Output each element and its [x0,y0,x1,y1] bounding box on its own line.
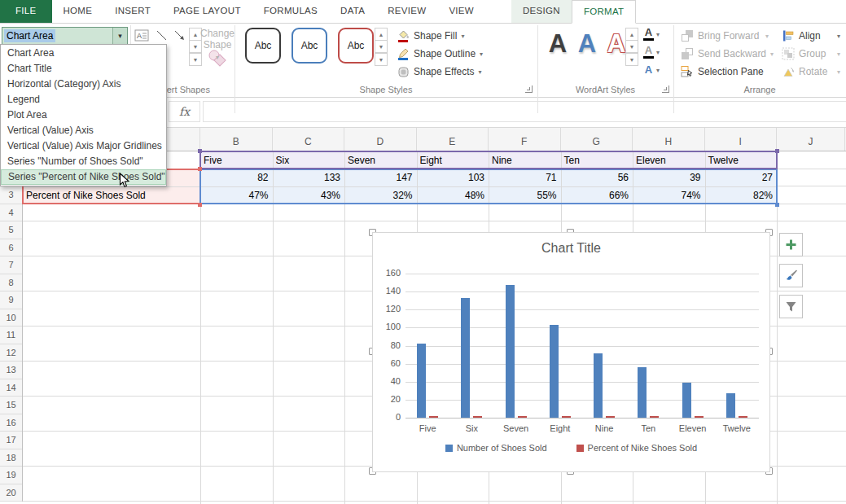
bar-number-of-shoes-sold-seven[interactable] [506,285,515,418]
tab-format[interactable]: FORMAT [572,0,637,24]
row-header-19[interactable]: 19 [0,467,22,484]
series-names-range-handle[interactable] [198,167,202,171]
wordart-dialog-launcher[interactable] [662,85,669,93]
line-shape-icon[interactable] [153,28,169,43]
insert-function-button[interactable]: fx [169,101,200,122]
shape-style-thumbnail-2[interactable]: Abc [291,28,327,64]
row-header-3[interactable]: 3 [0,186,22,204]
bar-percent-of-nike-shoes-sold-five[interactable] [429,416,438,418]
row-header-18[interactable]: 18 [0,449,22,467]
row-header-15[interactable]: 15 [0,397,22,414]
formula-input[interactable] [203,101,846,122]
bar-number-of-shoes-sold-nine[interactable] [594,353,603,418]
dropdown-item-horizontal-category-axis[interactable]: Horizontal (Category) Axis [1,77,166,92]
bar-percent-of-nike-shoes-sold-six[interactable] [473,416,482,418]
col-header-c[interactable]: C [273,127,345,151]
chevron-down-icon[interactable]: ▾ [112,28,127,44]
bar-percent-of-nike-shoes-sold-twelve[interactable] [739,416,747,418]
col-header-e[interactable]: E [417,127,489,151]
bar-percent-of-nike-shoes-sold-seven[interactable] [518,416,527,418]
tab-formulas[interactable]: FORMULAS [252,0,329,23]
dropdown-item-plot-area[interactable]: Plot Area [1,107,166,123]
chart-elements-button[interactable] [779,233,803,256]
shape-effects-button[interactable]: Shape Effects▾ [397,64,482,80]
shape-style-thumbnail-3[interactable]: Abc [338,28,374,64]
tab-data[interactable]: DATA [329,0,376,23]
row-header-4[interactable]: 4 [0,204,22,222]
series-names-range-handle[interactable] [198,203,202,207]
values-range-handle[interactable] [775,203,779,207]
col-header-g[interactable]: G [561,127,633,151]
row-header-7[interactable]: 7 [0,256,22,274]
bar-percent-of-nike-shoes-sold-eight[interactable] [562,416,571,418]
dropdown-item-vertical-value-axis[interactable]: Vertical (Value) Axis [1,123,166,138]
row-header-12[interactable]: 12 [0,344,22,362]
row-header-8[interactable]: 8 [0,274,22,292]
tab-file[interactable]: FILE [0,0,52,23]
chart-elements-combo[interactable]: Chart Area ▾ [2,27,128,45]
chart[interactable]: Chart Title 160140120100806040200FiveSix… [372,232,770,472]
dropdown-item-legend[interactable]: Legend [1,92,166,107]
bar-number-of-shoes-sold-six[interactable] [461,298,470,418]
row-header-20[interactable]: 20 [0,484,22,502]
bar-number-of-shoes-sold-five[interactable] [417,344,426,418]
col-header-h[interactable]: H [633,127,705,151]
shape-styles-scroll-up-button[interactable]: ▲ [375,28,388,41]
shape-styles-more-button[interactable]: ▼ [375,52,388,66]
tab-review[interactable]: REVIEW [376,0,437,23]
col-header-j[interactable]: J [777,127,845,151]
bar-percent-of-nike-shoes-sold-eleven[interactable] [695,416,704,418]
dropdown-item-series-percent-of-nike-shoes-sold[interactable]: Series "Percent of Nike Shoes Sold" [1,169,166,185]
bar-number-of-shoes-sold-ten[interactable] [638,367,647,418]
col-header-i[interactable]: I [705,127,778,151]
wordart-style-3[interactable]: A [599,24,633,64]
bar-percent-of-nike-shoes-sold-nine[interactable] [606,416,615,418]
chart-legend[interactable]: Number of Shoes SoldPercent of Nike Shoe… [373,443,769,453]
tab-home[interactable]: HOME [52,0,104,23]
row-header-13[interactable]: 13 [0,362,22,379]
legend-item-number-of-shoes-sold[interactable]: Number of Shoes Sold [445,443,547,453]
tab-design[interactable]: DESIGN [511,0,572,23]
tab-page-layout[interactable]: PAGE LAYOUT [162,0,252,23]
tab-insert[interactable]: INSERT [103,0,162,23]
chart-styles-button[interactable] [779,264,803,287]
selection-pane-button[interactable]: Selection Pane [681,64,769,80]
row-header-17[interactable]: 17 [0,432,22,449]
row-header-11[interactable]: 11 [0,327,22,344]
align-button[interactable]: Align▾ [782,28,840,44]
row-header-9[interactable]: 9 [0,291,22,309]
category-range-handle[interactable] [775,149,779,153]
text-box-icon[interactable]: A [134,28,150,43]
row-header-14[interactable]: 14 [0,379,22,397]
arrow-shape-icon[interactable] [171,28,187,43]
text-effects-button[interactable]: A▾ [643,62,671,78]
row-header-16[interactable]: 16 [0,414,22,432]
chart-filters-button[interactable] [779,295,803,318]
dropdown-item-chart-area[interactable]: Chart Area [1,46,166,61]
bar-number-of-shoes-sold-twelve[interactable] [726,393,735,418]
legend-item-percent-of-nike-shoes-sold[interactable]: Percent of Nike Shoes Sold [576,443,698,453]
category-range-handle[interactable] [198,149,202,153]
tab-view[interactable]: VIEW [437,0,485,23]
dropdown-item-series-number-of-shoes-sold[interactable]: Series "Number of Shoes Sold" [1,154,166,169]
bar-number-of-shoes-sold-eight[interactable] [550,325,559,418]
bar-percent-of-nike-shoes-sold-ten[interactable] [650,416,659,418]
row-header-5[interactable]: 5 [0,221,22,239]
dropdown-item-vertical-value-axis-major-gridlines[interactable]: Vertical (Value) Axis Major Gridlines [1,138,166,154]
shape-style-thumbnail-1[interactable]: Abc [245,28,281,64]
bar-number-of-shoes-sold-eleven[interactable] [682,383,691,418]
shape-outline-button[interactable]: Shape Outline▾ [397,46,483,62]
text-fill-button[interactable]: A▾ [643,26,671,42]
dropdown-item-chart-title[interactable]: Chart Title [1,61,166,77]
col-header-f[interactable]: F [489,127,561,151]
col-header-d[interactable]: D [344,127,417,151]
shape-styles-dialog-launcher[interactable] [525,85,533,93]
row-header-10[interactable]: 10 [0,309,22,327]
row-header-6[interactable]: 6 [0,239,22,257]
text-outline-button[interactable]: A▾ [643,44,671,60]
shape-fill-button[interactable]: Shape Fill▾ [397,28,464,44]
chart-title[interactable]: Chart Title [373,241,769,256]
col-header-b[interactable]: B [200,127,273,151]
legend-label: Percent of Nike Shoes Sold [588,443,698,453]
shape-styles-scroll-down-button[interactable]: ▼ [375,40,388,53]
